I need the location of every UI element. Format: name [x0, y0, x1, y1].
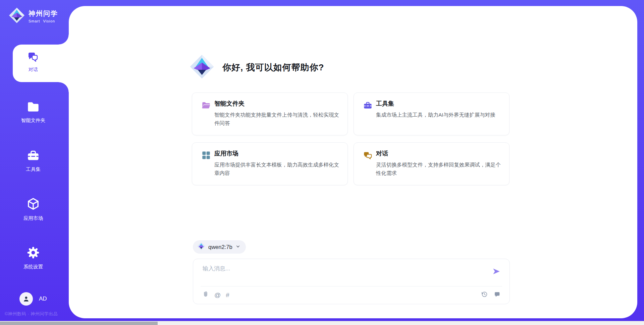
card-description: 集成市场上主流工具，助力AI与外界无缝扩展与对接	[376, 111, 501, 119]
user-name: AD	[39, 296, 47, 302]
brand-subtitle: Smart Vision	[29, 19, 58, 23]
card-app-market[interactable]: 应用市场 应用市场提供丰富长文本模板，助力高效生成多样化文章内容	[192, 142, 348, 185]
at-icon[interactable]: @	[214, 291, 221, 299]
gear-icon	[26, 255, 40, 261]
card-title: 对话	[376, 149, 501, 157]
sidebar-item-label: 系统设置	[0, 264, 66, 270]
main-panel: 你好, 我可以如何帮助你? 智能文件夹 智能文件夹功能支持批量文件上传与清洗，轻…	[69, 6, 637, 318]
model-selector[interactable]: qwen2:7b	[193, 240, 246, 254]
card-description: 应用市场提供丰富长文本模板，助力高效生成多样化文章内容	[214, 160, 339, 177]
folder-icon	[26, 109, 40, 114]
card-smart-folder[interactable]: 智能文件夹 智能文件夹功能支持批量文件上传与清洗，轻松实现文件问答	[192, 92, 348, 135]
greeting: 你好, 我可以如何帮助你?	[190, 54, 324, 81]
person-icon	[22, 295, 30, 303]
toolbox-icon	[363, 101, 372, 111]
sidebar-item-toolset[interactable]: 工具集	[0, 149, 66, 173]
card-title: 应用市场	[214, 149, 339, 157]
cube-icon	[26, 206, 40, 212]
history-icon[interactable]	[481, 290, 488, 299]
chevron-down-icon	[235, 244, 240, 250]
sidebar-item-label: 应用市场	[0, 215, 66, 221]
sidebar-item-smart-folder[interactable]: 智能文件夹	[0, 101, 66, 124]
horizontal-scrollbar[interactable]	[0, 321, 644, 325]
message-icon[interactable]	[493, 290, 501, 299]
sidebar-item-label: 对话	[13, 67, 54, 73]
card-title: 工具集	[376, 100, 501, 108]
sidebar-item-app-market[interactable]: 应用市场	[0, 197, 66, 221]
app-grid-icon	[202, 151, 211, 161]
scrollbar-thumb[interactable]	[0, 322, 158, 325]
sidebar: 神州问学 Smart Vision 对话 智能文件夹	[0, 0, 69, 319]
card-description: 灵活切换多模型文件，支持多样回复效果调试，满足个性化需求	[376, 160, 501, 177]
hash-icon[interactable]: #	[226, 291, 229, 299]
composer-divider	[201, 286, 502, 286]
card-chat[interactable]: 对话 灵活切换多模型文件，支持多样回复效果调试，满足个性化需求	[354, 142, 509, 185]
brand-logo: 神州问学 Smart Vision	[9, 7, 58, 25]
avatar	[19, 292, 33, 306]
sidebar-item-label: 智能文件夹	[0, 117, 66, 124]
feature-cards: 智能文件夹 智能文件夹功能支持批量文件上传与清洗，轻松实现文件问答 工具集 集成…	[192, 92, 510, 185]
message-composer: @ #	[193, 259, 510, 304]
chat-icon	[363, 151, 372, 161]
logo-diamond-icon	[190, 54, 214, 80]
send-icon[interactable]	[492, 267, 501, 277]
chat-icon	[26, 50, 40, 65]
card-description: 智能文件夹功能支持批量文件上传与清洗，轻松实现文件问答	[214, 111, 339, 127]
sidebar-item-settings[interactable]: 系统设置	[0, 246, 66, 270]
user-profile[interactable]: AD	[19, 292, 47, 306]
sidebar-item-chat[interactable]: 对话	[13, 45, 69, 82]
model-name: qwen2:7b	[208, 244, 232, 250]
copyright-text: ©神州数码 · 神州问学出品	[5, 311, 58, 317]
sidebar-item-label: 工具集	[0, 166, 66, 173]
message-input[interactable]	[202, 264, 477, 283]
card-toolset[interactable]: 工具集 集成市场上主流工具，助力AI与外界无缝扩展与对接	[354, 92, 509, 135]
toolbox-icon	[26, 157, 40, 163]
brand-name: 神州问学	[29, 9, 58, 18]
folder-open-icon	[202, 101, 211, 111]
logo-diamond-icon	[9, 7, 25, 25]
card-title: 智能文件夹	[214, 100, 339, 108]
logo-diamond-icon	[197, 242, 205, 252]
greeting-text: 你好, 我可以如何帮助你?	[222, 62, 324, 73]
paperclip-icon[interactable]	[202, 290, 209, 300]
